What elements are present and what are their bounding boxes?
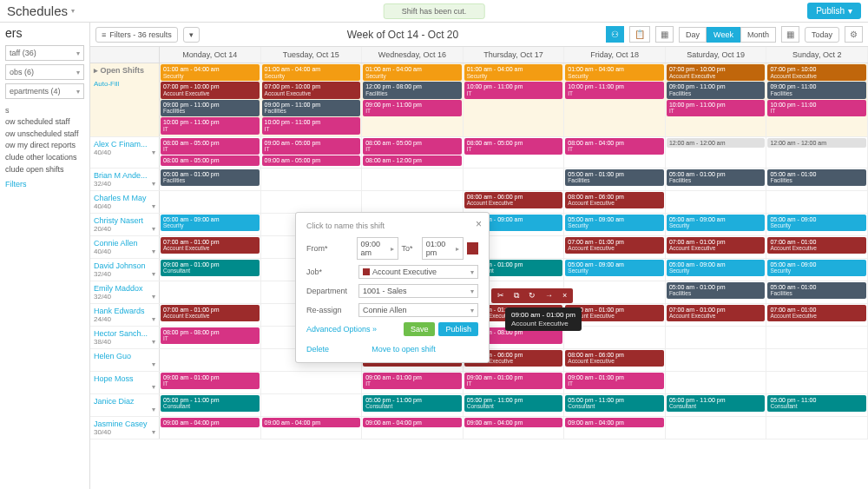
employee-name[interactable]: David Johnson: [94, 261, 155, 270]
chevron-down-icon[interactable]: ▾: [152, 225, 155, 233]
chevron-down-icon[interactable]: ▾: [152, 293, 155, 301]
schedule-cell[interactable]: 05:00 am - 01:00 pmFacilities: [666, 169, 767, 190]
schedule-cell[interactable]: 07:00 am - 01:00 pmAccount Executive: [666, 236, 767, 258]
schedule-cell[interactable]: 09:00 am - 01:00 pmIT: [564, 372, 666, 393]
view-week[interactable]: Week: [707, 27, 740, 43]
shift-block[interactable]: 09:00 am - 04:00 pm: [262, 418, 361, 428]
shift-block[interactable]: 07:00 pm - 10:00 pmAccount Executive: [262, 82, 361, 98]
schedule-cell[interactable]: 05:00 pm - 11:00 pmConsultant: [160, 394, 261, 416]
shift-block[interactable]: 05:00 pm - 11:00 pmConsultant: [464, 395, 563, 412]
shift-block[interactable]: 05:00 am - 09:00Security: [767, 215, 866, 231]
shift-block[interactable]: 07:00 pm - 10:00Account Executive: [767, 64, 866, 81]
shift-block[interactable]: 08:00 am - 04:00 pmIT: [565, 138, 664, 155]
schedule-cell[interactable]: 05:00 pm - 11:00 pmConsultant: [666, 394, 767, 416]
schedule-cell[interactable]: [261, 394, 363, 416]
open-shift-cell[interactable]: 01:00 am - 04:00 amSecurity07:00 pm - 10…: [261, 63, 363, 136]
shift-block[interactable]: 09:00 am - 04:00 pm: [161, 418, 260, 428]
shift-block[interactable]: 12:00 am - 12:00 am: [667, 138, 766, 149]
chevron-down-icon[interactable]: ▾: [152, 180, 155, 188]
schedule-cell[interactable]: 08:00 am - 05:00 pmIT08:00 am - 12:00 pm: [362, 137, 464, 168]
shift-block[interactable]: 09:00 am - 04:00 pm: [363, 418, 462, 428]
shift-block[interactable]: 09:00 pm - 11:00 pmFacilities: [161, 100, 260, 116]
chevron-down-icon[interactable]: ▾: [152, 202, 155, 210]
open-shift-cell[interactable]: 01:00 am - 04:00 amSecurity10:00 pm - 11…: [464, 63, 565, 136]
shift-block[interactable]: 08:00 am - 06:00 pmAccount Executive: [464, 192, 563, 208]
employee-name[interactable]: Helen Guo: [94, 352, 155, 360]
chevron-down-icon[interactable]: ▾: [152, 338, 155, 346]
chevron-down-icon[interactable]: ▾: [152, 406, 155, 413]
filters-button[interactable]: ≡Filters - 36 results: [95, 27, 178, 43]
shift-block[interactable]: 08:00 am - 05:00 pm: [161, 155, 260, 166]
schedule-cell[interactable]: [160, 191, 261, 213]
people-icon[interactable]: ⚇: [606, 26, 624, 43]
schedule-cell[interactable]: 05:00 pm - 11:00 pmConsultant: [464, 394, 565, 416]
schedule-cell[interactable]: [766, 191, 868, 213]
schedule-cell[interactable]: 07:00 am - 01:00 pmAccount Executive: [666, 304, 767, 326]
schedule-cell[interactable]: 09:00 am - 04:00 pm: [564, 417, 666, 439]
schedule-cell[interactable]: 08:00 am - 04:00 pmIT: [564, 137, 666, 168]
shift-block[interactable]: 05:00 pm - 11:00Consultant: [767, 395, 866, 412]
schedule-cell[interactable]: 09:00 am - 01:00 pmIT: [362, 372, 464, 393]
schedule-cell[interactable]: 07:00 am - 01:00Account Executive: [766, 304, 868, 326]
employee-name[interactable]: Hector Sanch...: [94, 329, 155, 338]
shift-block[interactable]: 08:00 pm - 08:00 pmIT: [161, 327, 260, 344]
chevron-down-icon[interactable]: ▾: [152, 270, 155, 278]
shift-block[interactable]: 09:00 am - 01:00 pmConsultant: [161, 260, 260, 276]
chevron-down-icon[interactable]: ▾: [152, 360, 155, 368]
filter-option[interactable]: clude open shifts: [5, 165, 84, 175]
employee-name[interactable]: Brian M Ande...: [94, 171, 155, 180]
shift-block[interactable]: 10:00 pm - 11:00 pmIT: [667, 100, 766, 116]
schedule-cell[interactable]: [666, 349, 767, 371]
view-day[interactable]: Day: [679, 27, 707, 43]
shift-block[interactable]: 07:00 am - 01:00 pmAccount Executive: [565, 237, 664, 254]
schedule-cell[interactable]: 05:00 pm - 11:00Consultant: [766, 394, 868, 416]
shift-block[interactable]: 08:00 am - 06:00 pmAccount Executive: [565, 350, 664, 367]
shift-block[interactable]: 01:00 am - 04:00 amSecurity: [363, 64, 462, 81]
open-shift-cell[interactable]: 01:00 am - 04:00 amSecurity12:00 pm - 08…: [362, 63, 464, 136]
employee-name[interactable]: Charles M May: [94, 194, 155, 202]
schedule-cell[interactable]: [666, 417, 767, 439]
cut-icon[interactable]: ✂: [493, 290, 509, 301]
employee-name[interactable]: Hank Edwards: [94, 307, 155, 315]
schedule-cell[interactable]: 08:00 am - 05:00 pmIT: [464, 137, 565, 168]
schedule-cell[interactable]: 05:00 am - 01:00Facilities: [766, 281, 868, 303]
shift-block[interactable]: 09:00 am - 01:00 pmIT: [565, 373, 664, 389]
schedule-cell[interactable]: 08:00 am - 06:00 pmAccount Executive: [564, 191, 666, 213]
schedule-cell[interactable]: 07:00 am - 01:00 pmAccount Executive: [564, 236, 666, 258]
schedule-cell[interactable]: 08:00 pm - 08:00 pmIT: [160, 327, 261, 348]
shift-block[interactable]: 05:00 am - 01:00Facilities: [767, 282, 866, 299]
schedule-cell[interactable]: [766, 349, 868, 371]
shift-block[interactable]: 05:00 pm - 11:00 pmConsultant: [565, 395, 664, 412]
shift-block[interactable]: 01:00 am - 04:00 amSecurity: [565, 64, 664, 81]
chevron-down-icon[interactable]: ▾: [152, 383, 155, 391]
shift-block[interactable]: 10:00 pm - 11:00 pmIT: [464, 82, 563, 98]
shift-block[interactable]: 09:00 pm - 11:00Facilities: [767, 82, 866, 98]
shift-block[interactable]: 05:00 am - 01:00 pmFacilities: [667, 282, 766, 299]
copy-icon[interactable]: ⧉: [510, 290, 523, 301]
schedule-cell[interactable]: 09:00 am - 01:00 pmConsultant: [160, 259, 261, 281]
shift-block[interactable]: 08:00 am - 06:00 pmAccount Executive: [565, 192, 664, 208]
view-month[interactable]: Month: [740, 27, 776, 43]
schedule-cell[interactable]: [362, 191, 464, 213]
shift-block[interactable]: 08:00 am - 05:00 pmIT: [161, 138, 260, 155]
employee-name[interactable]: Jasmine Casey: [94, 420, 155, 428]
schedule-cell[interactable]: 07:00 am - 01:00Account Executive: [766, 236, 868, 258]
shift-block[interactable]: 09:00 am - 01:00 pmIT: [464, 373, 563, 389]
arrow-right-icon[interactable]: →: [541, 290, 557, 301]
shift-block[interactable]: 09:00 am - 01:00 pmIT: [161, 373, 260, 389]
schedule-cell[interactable]: [362, 169, 464, 190]
schedule-cell[interactable]: 08:00 am - 06:00 pmAccount Executive: [464, 191, 565, 213]
schedule-cell[interactable]: 09:00 am - 04:00 pm: [160, 417, 261, 439]
to-time-input[interactable]: 01:00 pm▸: [422, 237, 464, 260]
shift-block[interactable]: 05:00 am - 01:00 pmFacilities: [161, 169, 260, 186]
schedule-cell[interactable]: 05:00 am - 01:00Facilities: [766, 169, 868, 190]
open-shift-cell[interactable]: 07:00 pm - 10:00 pmAccount Executive09:0…: [666, 63, 767, 136]
shift-block[interactable]: 09:00 am - 05:00 pmIT: [262, 138, 361, 155]
schedule-cell[interactable]: [261, 372, 363, 393]
schedule-cell[interactable]: [564, 281, 666, 303]
shift-block[interactable]: 05:00 am - 09:00 amSecurity: [667, 215, 766, 231]
dept-select[interactable]: 1001 - Sales▾: [358, 284, 478, 298]
shift-block[interactable]: 01:00 am - 04:00 amSecurity: [262, 64, 361, 81]
schedule-cell[interactable]: 12:00 am - 12:00 am: [666, 137, 767, 168]
shift-block[interactable]: 05:00 am - 09:00 amSecurity: [161, 215, 260, 231]
